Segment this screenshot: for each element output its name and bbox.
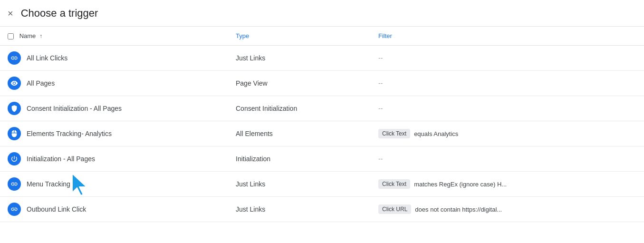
filter-text: equals Analytics: [414, 130, 458, 137]
filter-cell: --: [371, 146, 644, 172]
col-filter-header[interactable]: Filter: [371, 27, 644, 46]
filter-dash: --: [378, 155, 383, 163]
name-cell: Menu Tracking: [0, 172, 228, 197]
type-cell: All Elements: [228, 121, 371, 146]
name-cell: Consent Initialization - All Pages: [0, 96, 228, 121]
sort-icon: ↑: [39, 33, 42, 39]
filter-cell: Click Text matches RegEx (ignore case) H…: [371, 172, 644, 197]
name-cell: All Link Clicks: [0, 46, 228, 71]
table-row[interactable]: Menu Tracking Just Links Click Text matc…: [0, 172, 644, 197]
close-icon[interactable]: ×: [8, 9, 13, 18]
trigger-icon: [8, 102, 21, 115]
name-cell: Initialization - All Pages: [0, 146, 228, 172]
name-cell: Outbound Link Click: [0, 197, 228, 222]
trigger-table-container: Name ↑ Type Filter All Link Clicks Just …: [0, 27, 644, 243]
filter-badge: Click URL: [378, 204, 411, 214]
select-all-checkbox[interactable]: [8, 33, 14, 39]
table-row[interactable]: Outbound Link Click Just Links Click URL…: [0, 197, 644, 222]
filter-badge: Click Text: [378, 179, 410, 189]
col-type-header[interactable]: Type: [228, 27, 371, 46]
trigger-icon: [8, 177, 21, 191]
table-header-row: Name ↑ Type Filter: [0, 27, 644, 46]
type-cell: Just Links: [228, 172, 371, 197]
filter-cell: Click URL does not contain https://digit…: [371, 197, 644, 222]
trigger-name: All Pages: [27, 79, 55, 87]
type-cell: Consent Initialization: [228, 96, 371, 121]
filter-dash: --: [378, 79, 383, 87]
name-cell: All Pages: [0, 71, 228, 96]
filter-cell: --: [371, 96, 644, 121]
filter-dash: --: [378, 54, 383, 62]
filter-dash: --: [378, 105, 383, 112]
table-row[interactable]: Initialization - All Pages Initializatio…: [0, 146, 644, 172]
type-cell: Page View: [228, 71, 371, 96]
type-col-label: Type: [236, 32, 249, 39]
trigger-icon: [8, 51, 21, 65]
table-row[interactable]: All Link Clicks Just Links--: [0, 46, 644, 71]
dialog-header: × Choose a trigger: [0, 0, 644, 27]
filter-col-label: Filter: [378, 32, 392, 39]
trigger-icon: [8, 203, 21, 216]
filter-text: does not contain https://digital...: [415, 206, 502, 213]
type-cell: Initialization: [228, 146, 371, 172]
name-cell: Elements Tracking- Analytics: [0, 121, 228, 146]
page-title: Choose a trigger: [21, 7, 98, 19]
trigger-name: Outbound Link Click: [27, 205, 86, 213]
trigger-name: Consent Initialization - All Pages: [27, 105, 122, 112]
name-col-label: Name: [19, 32, 36, 39]
filter-cell: --: [371, 71, 644, 96]
trigger-name: Elements Tracking- Analytics: [27, 130, 112, 137]
trigger-icon: [8, 152, 21, 165]
filter-text: matches RegEx (ignore case) H...: [414, 181, 507, 188]
filter-cell: Click Text equals Analytics: [371, 121, 644, 146]
trigger-name: Menu Tracking: [27, 180, 70, 188]
filter-cell: --: [371, 46, 644, 71]
type-cell: Just Links: [228, 46, 371, 71]
col-name-header[interactable]: Name ↑: [0, 27, 228, 46]
table-row[interactable]: Consent Initialization - All Pages Conse…: [0, 96, 644, 121]
type-cell: Just Links: [228, 197, 371, 222]
trigger-table: Name ↑ Type Filter All Link Clicks Just …: [0, 27, 644, 222]
trigger-name: Initialization - All Pages: [27, 155, 95, 163]
table-row[interactable]: Elements Tracking- Analytics All Element…: [0, 121, 644, 146]
filter-badge: Click Text: [378, 129, 410, 138]
table-row[interactable]: All Pages Page View--: [0, 71, 644, 96]
trigger-icon: [8, 127, 21, 140]
trigger-name: All Link Clicks: [27, 54, 67, 62]
trigger-icon: [8, 77, 21, 90]
